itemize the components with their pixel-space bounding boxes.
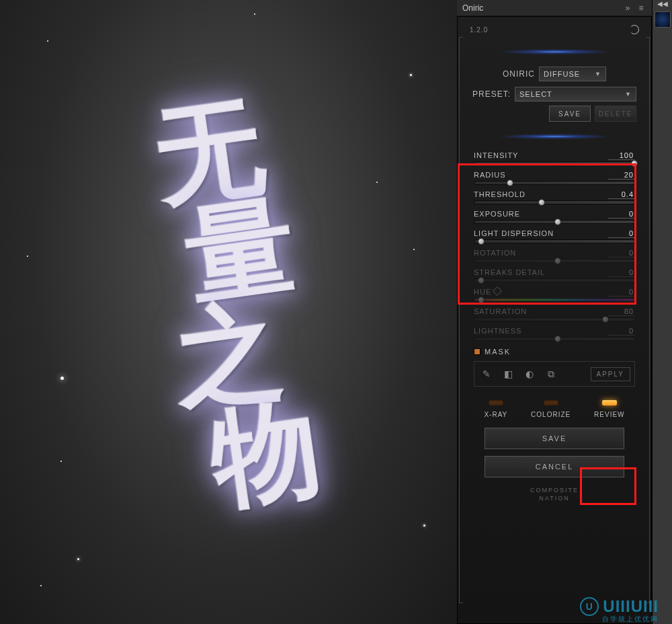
- copy-icon[interactable]: ⧉: [543, 366, 559, 382]
- slider-radius[interactable]: RADIUS20: [474, 171, 635, 185]
- panel-title: Oniric: [462, 3, 620, 13]
- collapse-icon[interactable]: »: [622, 3, 633, 13]
- slider-label: THRESHOLD: [474, 190, 526, 199]
- mode-select[interactable]: DIFFUSE▼: [539, 67, 606, 81]
- slider-label: INTENSITY: [474, 151, 518, 160]
- mode-label: ONIRIC: [503, 69, 535, 79]
- slider-label: LIGHTNESS: [474, 327, 521, 336]
- slider-lightness[interactable]: LIGHTNESS0: [474, 327, 635, 341]
- slider-rotation[interactable]: ROTATION0: [474, 249, 635, 263]
- slider-thumb[interactable]: [554, 219, 561, 225]
- slider-value[interactable]: 0: [608, 229, 635, 238]
- slider-light-dispersion[interactable]: LIGHT DISPERSION0: [474, 229, 635, 243]
- toggle-label: X-RAY: [484, 411, 507, 418]
- slider-track[interactable]: [474, 181, 635, 185]
- slider-value[interactable]: 0.4: [608, 190, 635, 199]
- slider-exposure[interactable]: EXPOSURE0: [474, 210, 635, 224]
- slider-threshold[interactable]: THRESHOLD0.4: [474, 190, 635, 204]
- panel-header: Oniric » ≡: [457, 0, 652, 16]
- oniric-panel: Oniric » ≡ 1.2.0 ONIRIC DIFFUSE▼ PRESET:…: [457, 0, 652, 624]
- slider-label: EXPOSURE: [474, 210, 520, 219]
- slider-track[interactable]: [474, 259, 635, 263]
- mask-apply-button[interactable]: APPLY: [591, 367, 631, 381]
- slider-track[interactable]: [474, 239, 635, 243]
- slider-thumb[interactable]: [554, 258, 561, 264]
- preset-label: PRESET:: [472, 89, 511, 99]
- toggle-review[interactable]: REVIEW: [594, 400, 624, 418]
- slider-value[interactable]: 0: [608, 210, 635, 219]
- expand-icon[interactable]: ◀◀: [653, 0, 672, 9]
- slider-thumb[interactable]: [538, 199, 545, 206]
- slider-value[interactable]: 100: [608, 151, 635, 160]
- slider-thumb[interactable]: [631, 160, 638, 167]
- slider-label: LIGHT DISPERSION: [474, 229, 554, 238]
- lens-flare-divider: [464, 44, 644, 60]
- refresh-icon[interactable]: [630, 25, 639, 34]
- lens-flare-divider: [464, 128, 644, 145]
- toggle-x-ray[interactable]: X-RAY: [484, 400, 507, 418]
- brush-icon[interactable]: ✎: [478, 366, 495, 382]
- mask-swatch-icon: [474, 348, 480, 355]
- led-icon: [544, 400, 558, 405]
- led-icon: [602, 400, 617, 405]
- slider-track[interactable]: [474, 220, 635, 224]
- slider-track[interactable]: [474, 200, 635, 204]
- menu-icon[interactable]: ≡: [636, 3, 646, 13]
- slider-saturation[interactable]: SATURATION80: [474, 307, 635, 321]
- panel-footer: COMPOSITE NATION: [464, 487, 644, 502]
- slider-intensity[interactable]: INTENSITY100: [474, 151, 635, 165]
- slider-value[interactable]: 0: [608, 288, 635, 297]
- preset-save-button[interactable]: SAVE: [549, 106, 591, 122]
- chevron-down-icon: ▼: [595, 71, 601, 77]
- chevron-down-icon: ▼: [625, 91, 632, 98]
- eraser-icon[interactable]: ◧: [500, 366, 516, 382]
- slider-thumb[interactable]: [478, 238, 485, 245]
- preset-delete-button[interactable]: DELETE: [595, 106, 636, 122]
- plugin-icon[interactable]: [655, 11, 671, 28]
- slider-hue[interactable]: HUE0: [474, 288, 635, 302]
- mask-label: MASK: [485, 348, 511, 356]
- frame-left: [459, 37, 463, 603]
- right-icon-bar: ◀◀: [652, 0, 672, 624]
- slider-label: ROTATION: [474, 249, 516, 258]
- preset-select[interactable]: SELECT▼: [515, 87, 636, 102]
- slider-label: HUE: [474, 288, 501, 297]
- contrast-icon[interactable]: ◐: [521, 366, 538, 382]
- slider-thumb[interactable]: [478, 297, 485, 303]
- slider-value[interactable]: 0: [608, 268, 635, 277]
- watermark-logo-icon: U: [580, 597, 599, 616]
- frame-right: [646, 37, 650, 603]
- slider-label: SATURATION: [474, 307, 527, 316]
- slider-track[interactable]: [474, 337, 635, 341]
- watermark: U UIIIUIII 自学就上优优网: [580, 597, 659, 616]
- save-button[interactable]: SAVE: [485, 428, 624, 449]
- eyedropper-icon[interactable]: [493, 286, 502, 296]
- version-label: 1.2.0: [470, 26, 488, 34]
- mask-toolbar: ✎ ◧ ◐ ⧉ APPLY: [474, 361, 635, 387]
- toggle-colorize[interactable]: COLORIZE: [531, 400, 571, 418]
- led-icon: [489, 400, 503, 405]
- cancel-button[interactable]: CANCEL: [485, 456, 624, 477]
- slider-value[interactable]: 80: [608, 307, 635, 316]
- slider-value[interactable]: 20: [608, 171, 635, 180]
- slider-label: RADIUS: [474, 171, 506, 180]
- slider-track[interactable]: [474, 298, 635, 302]
- slider-thumb[interactable]: [554, 336, 561, 342]
- slider-thumb[interactable]: [602, 316, 609, 323]
- slider-thumb[interactable]: [507, 180, 513, 186]
- toggle-label: COLORIZE: [531, 411, 571, 418]
- slider-value[interactable]: 0: [608, 327, 635, 336]
- slider-value[interactable]: 0: [608, 249, 635, 258]
- slider-track[interactable]: [474, 161, 635, 165]
- slider-streaks-detail[interactable]: STREAKS DETAIL0: [474, 268, 635, 282]
- slider-thumb[interactable]: [478, 277, 485, 284]
- slider-track[interactable]: [474, 317, 635, 321]
- canvas-viewport[interactable]: 无 量 之 物: [0, 0, 457, 624]
- toggle-label: REVIEW: [594, 411, 624, 418]
- slider-track[interactable]: [474, 278, 635, 282]
- slider-label: STREAKS DETAIL: [474, 268, 545, 277]
